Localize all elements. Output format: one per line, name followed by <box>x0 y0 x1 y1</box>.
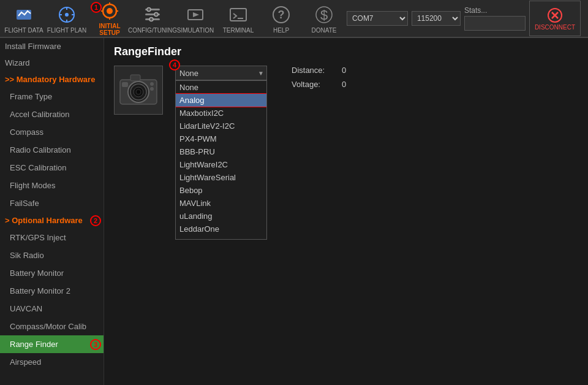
dropdown-selected-value[interactable]: None <box>175 66 267 80</box>
toolbar-right: COM7 115200 Stats... DISCONNECT <box>347 1 586 36</box>
donate-icon: $ <box>313 4 335 26</box>
sidebar-wizard[interactable]: Wizard <box>0 55 104 71</box>
dropdown-option-bbbpru[interactable]: BBB-PRU <box>176 145 266 158</box>
sidebar-item-uavcan[interactable]: UAVCAN <box>0 300 104 318</box>
sidebar-item-frame-type[interactable]: Frame Type <box>0 88 104 105</box>
sidebar-install-firmware[interactable]: Install Firmware <box>0 38 104 55</box>
svg-point-37 <box>150 87 154 91</box>
svg-point-36 <box>150 82 154 86</box>
toolbar-flight-data[interactable]: FLIGHT DATA <box>2 1 45 36</box>
flight-data-label: FLIGHT DATA <box>4 27 43 34</box>
svg-point-34 <box>136 90 141 94</box>
dropdown-option-lightwarei2c[interactable]: LightWareI2C <box>176 158 266 171</box>
toolbar-donate[interactable]: $ DONATE <box>303 1 345 36</box>
svg-point-8 <box>107 8 113 14</box>
dropdown-option-px4pwm[interactable]: PX4-PWM <box>176 132 266 145</box>
simulation-label: SIMULATION <box>177 27 214 34</box>
main-layout: Install Firmware Wizard >> Mandatory Har… <box>0 38 588 385</box>
rangefinder-image <box>114 66 163 115</box>
camera-svg <box>117 69 160 112</box>
terminal-icon <box>227 4 249 26</box>
voltage-row: Voltage: 0 <box>292 80 346 89</box>
sim-icon <box>184 4 206 26</box>
toolbar-simulation[interactable]: SIMULATION <box>174 1 217 36</box>
sidebar-item-rtk-gps[interactable]: RTK/GPS Inject <box>0 229 104 246</box>
disconnect-button[interactable]: DISCONNECT <box>529 1 581 36</box>
voltage-label: Voltage: <box>292 80 334 89</box>
dropdown-option-lidarlitev2[interactable]: LidarLiteV2-I2C <box>176 120 266 132</box>
page-title: RangeFinder <box>114 45 578 58</box>
svg-point-16 <box>147 7 151 11</box>
distance-value: 0 <box>342 66 346 75</box>
sidebar: Install Firmware Wizard >> Mandatory Har… <box>0 38 104 385</box>
toolbar-initial-setup[interactable]: 1 INITIAL SETUP <box>88 1 131 36</box>
voltage-value: 0 <box>342 80 346 89</box>
distance-row: Distance: 0 <box>292 66 346 75</box>
baud-rate-select[interactable]: 115200 <box>412 11 461 26</box>
com-port-select[interactable]: COM7 <box>347 11 408 26</box>
stats-area: Stats... <box>464 6 526 31</box>
info-panel: Distance: 0 Voltage: 0 <box>292 66 346 89</box>
flight-data-icon <box>13 4 35 26</box>
dropdown-option-ulanding[interactable]: uLanding <box>176 210 266 223</box>
svg-marker-20 <box>193 12 199 17</box>
sidebar-mandatory-header[interactable]: >> Mandatory Hardware <box>0 71 104 88</box>
flight-plan-label: FLIGHT PLAN <box>47 27 86 34</box>
dropdown-badge-4: 4 <box>169 59 180 71</box>
sidebar-item-range-finder[interactable]: Range Finder 3 <box>0 335 104 353</box>
sidebar-item-flight-modes[interactable]: Flight Modes <box>0 177 104 194</box>
svg-point-18 <box>149 17 153 21</box>
disconnect-label: DISCONNECT <box>535 24 575 31</box>
distance-label: Distance: <box>292 66 334 75</box>
sidebar-item-sik-radio[interactable]: Sik Radio <box>0 246 104 264</box>
sidebar-item-compass-motor[interactable]: Compass/Motor Calib <box>0 318 104 335</box>
content-area: RangeFinder <box>104 38 588 385</box>
stats-input[interactable] <box>464 16 526 31</box>
svg-text:$: $ <box>320 7 328 23</box>
range-finder-badge: 3 <box>90 339 101 350</box>
toolbar: FLIGHT DATA FLIGHT PLAN <box>0 0 588 38</box>
rangefinder-panel: 4 None None Analog MaxbotixI2C LidarLite… <box>114 66 578 115</box>
dropdown-option-mavlink[interactable]: MAVLink <box>176 197 266 210</box>
sidebar-item-radio-calibration[interactable]: Radio Calibration <box>0 141 104 159</box>
config-label: CONFIG/TUNING <box>128 27 177 34</box>
svg-text:?: ? <box>278 9 285 21</box>
sidebar-item-battery-monitor-2[interactable]: Battery Monitor 2 <box>0 282 104 300</box>
disconnect-icon <box>546 7 564 24</box>
stats-label: Stats... <box>464 6 487 15</box>
flight-plan-icon <box>56 4 78 26</box>
dropdown-option-bebop[interactable]: Bebop <box>176 184 266 197</box>
sidebar-item-esc-calibration[interactable]: ESC Calibration <box>0 159 104 177</box>
donate-label: DONATE <box>312 27 337 34</box>
svg-rect-35 <box>130 75 140 81</box>
dropdown-option-maxbotixserial[interactable]: MaxbotixSerial <box>176 235 266 240</box>
rangefinder-type-dropdown[interactable]: None None Analog MaxbotixI2C LidarLiteV2… <box>175 66 267 80</box>
toolbar-config[interactable]: CONFIG/TUNING <box>131 1 174 36</box>
sidebar-item-accel-calibration[interactable]: Accel Calibration <box>0 105 104 123</box>
dropdown-area: 4 None None Analog MaxbotixI2C LidarLite… <box>175 66 267 80</box>
dropdown-option-none[interactable]: None <box>176 81 266 94</box>
toolbar-flight-plan[interactable]: FLIGHT PLAN <box>45 1 88 36</box>
terminal-label: TERMINAL <box>223 27 254 34</box>
dropdown-option-lightwaserial[interactable]: LightWareSerial <box>176 171 266 184</box>
dropdown-option-leddarone[interactable]: LeddarOne <box>176 223 266 235</box>
sidebar-item-compass[interactable]: Compass <box>0 123 104 141</box>
help-label: HELP <box>273 27 289 34</box>
sidebar-item-battery-monitor[interactable]: Battery Monitor <box>0 264 104 282</box>
sidebar-optional-header[interactable]: > Optional Hardware 2 <box>0 212 104 229</box>
sidebar-item-airspeed[interactable]: Airspeed <box>0 353 104 371</box>
sidebar-item-failsafe[interactable]: FailSafe <box>0 194 104 212</box>
dropdown-option-analog[interactable]: Analog <box>176 94 266 107</box>
svg-point-2 <box>65 13 69 17</box>
toolbar-badge-1: 1 <box>91 2 102 13</box>
svg-rect-38 <box>122 82 128 87</box>
dropdown-option-maxbotixi2c[interactable]: MaxbotixI2C <box>176 107 266 120</box>
svg-point-17 <box>154 12 158 16</box>
dropdown-list[interactable]: None Analog MaxbotixI2C LidarLiteV2-I2C … <box>175 80 267 240</box>
toolbar-terminal[interactable]: TERMINAL <box>217 1 260 36</box>
config-icon <box>141 4 164 26</box>
initial-setup-label: INITIAL SETUP <box>88 23 131 36</box>
toolbar-help[interactable]: ? HELP <box>260 1 303 36</box>
initial-setup-icon <box>99 1 121 21</box>
help-icon: ? <box>270 4 292 26</box>
